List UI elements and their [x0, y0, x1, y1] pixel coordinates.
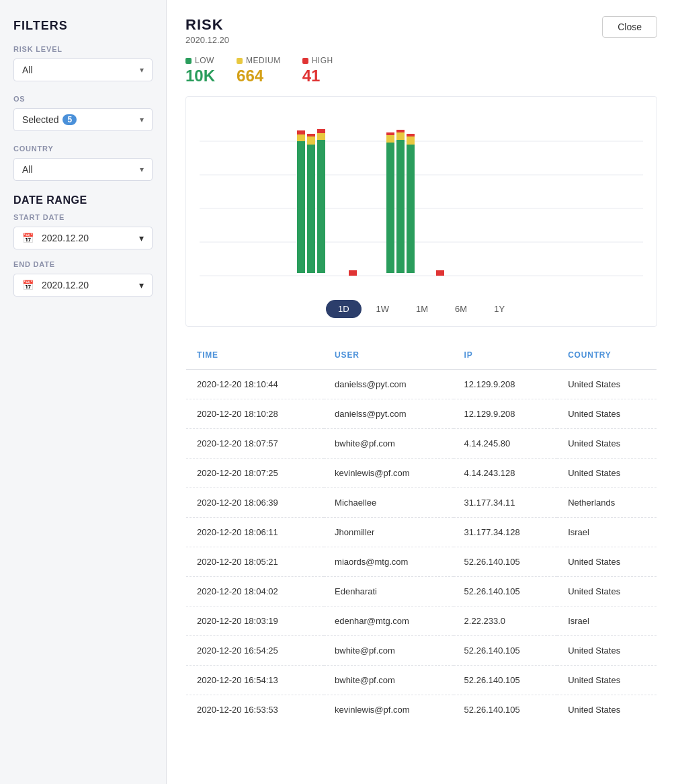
medium-value: 664: [237, 67, 281, 85]
table-row: 2020-12-20 18:06:11Jhonmiller31.177.34.1…: [186, 518, 657, 547]
cell-time: 2020-12-20 18:10:28: [186, 399, 325, 429]
risk-level-label: RISK LEVEL: [13, 45, 153, 53]
cell-time: 2020-12-20 16:54:13: [186, 666, 325, 695]
os-label: OS: [13, 95, 153, 103]
sidebar: FILTERS RISK LEVEL All ▾ OS Selected 5 ▾…: [0, 0, 167, 784]
col-ip: IP: [454, 341, 558, 370]
cell-user: edenhar@mtg.com: [324, 606, 454, 636]
table-row: 2020-12-20 16:54:13bwhite@pf.com52.26.14…: [186, 666, 657, 695]
cell-user: danielss@pyt.com: [324, 399, 454, 429]
end-date-input[interactable]: 📅 2020.12.20 ▾: [13, 274, 153, 297]
cell-user: danielss@pyt.com: [324, 370, 454, 399]
svg-rect-10: [307, 134, 315, 136]
time-btn-1w[interactable]: 1W: [364, 300, 402, 318]
main-header: RISK 2020.12.20 Close: [185, 16, 657, 45]
svg-rect-19: [396, 132, 405, 140]
cell-time: 2020-12-20 18:05:21: [186, 547, 325, 577]
table-row: 2020-12-20 18:03:19edenhar@mtg.com2.22.2…: [186, 606, 657, 636]
svg-rect-6: [297, 134, 305, 141]
svg-rect-24: [436, 270, 444, 276]
start-date-value: 2020.12.20: [42, 233, 89, 243]
cell-ip: 4.14.243.128: [454, 459, 558, 488]
end-date-label: END DATE: [13, 260, 153, 268]
time-btn-1m[interactable]: 1M: [404, 300, 440, 318]
svg-rect-5: [297, 141, 305, 273]
country-value: All: [22, 164, 33, 175]
start-date-label: START DATE: [13, 213, 153, 221]
table-row: 2020-12-20 18:04:02Edenharati52.26.140.1…: [186, 577, 657, 606]
end-date-value: 2020.12.20: [42, 280, 89, 290]
cell-country: United States: [557, 370, 657, 399]
os-select[interactable]: Selected 5 ▾: [13, 108, 153, 131]
cell-country: United States: [557, 547, 657, 577]
svg-rect-23: [407, 134, 415, 136]
svg-rect-9: [307, 136, 315, 145]
bar-chart: [194, 108, 648, 292]
col-country: COUNTRY: [557, 341, 657, 370]
cell-user: Michaellee: [324, 488, 454, 518]
cell-ip: 52.26.140.105: [454, 547, 558, 577]
chevron-down-icon: ▾: [140, 165, 144, 174]
svg-rect-11: [317, 140, 325, 273]
high-label: HIGH: [312, 56, 333, 65]
cell-country: Israel: [557, 606, 657, 636]
country-select[interactable]: All ▾: [13, 158, 153, 181]
chevron-down-icon: ▾: [139, 233, 144, 243]
svg-rect-13: [317, 129, 325, 133]
table-row: 2020-12-20 18:10:28danielss@pyt.com12.12…: [186, 399, 657, 429]
time-btn-1d[interactable]: 1D: [326, 300, 362, 318]
cell-time: 2020-12-20 18:07:25: [186, 459, 325, 488]
cell-user: miaords@mtg.com: [324, 547, 454, 577]
table-row: 2020-12-20 18:07:25kevinlewis@pf.com4.14…: [186, 459, 657, 488]
low-value: 10K: [185, 67, 215, 85]
medium-stat: MEDIUM 664: [237, 56, 281, 85]
chevron-down-icon: ▾: [139, 280, 144, 290]
start-date-input[interactable]: 📅 2020.12.20 ▾: [13, 227, 153, 249]
svg-rect-17: [386, 132, 394, 135]
medium-label: MEDIUM: [246, 56, 281, 65]
close-button[interactable]: Close: [602, 16, 657, 38]
cell-country: United States: [557, 666, 657, 695]
main-content: RISK 2020.12.20 Close LOW 10K MEDIUM 664…: [167, 0, 676, 784]
date-range-title: DATE RANGE: [13, 194, 153, 206]
risk-level-select[interactable]: All ▾: [13, 58, 153, 81]
calendar-icon: 📅: [22, 280, 34, 290]
cell-country: United States: [557, 577, 657, 606]
svg-rect-21: [407, 145, 415, 273]
cell-ip: 31.177.34.11: [454, 488, 558, 518]
svg-rect-14: [349, 270, 357, 276]
table-row: 2020-12-20 18:06:39Michaellee31.177.34.1…: [186, 488, 657, 518]
svg-rect-20: [396, 130, 405, 132]
table-row: 2020-12-20 16:54:25bwhite@pf.com52.26.14…: [186, 636, 657, 666]
table-row: 2020-12-20 18:05:21miaords@mtg.com52.26.…: [186, 547, 657, 577]
data-table: TIME USER IP COUNTRY 2020-12-20 18:10:44…: [185, 340, 657, 725]
cell-user: bwhite@pf.com: [324, 636, 454, 666]
cell-ip: 52.26.140.105: [454, 636, 558, 666]
cell-country: Netherlands: [557, 488, 657, 518]
cell-country: United States: [557, 399, 657, 429]
cell-user: kevinlewis@pf.com: [324, 695, 454, 725]
cell-user: Jhonmiller: [324, 518, 454, 547]
cell-ip: 52.26.140.105: [454, 695, 558, 725]
os-count-badge: 5: [62, 114, 77, 125]
table-row: 2020-12-20 16:53:53kevinlewis@pf.com52.2…: [186, 695, 657, 725]
cell-ip: 12.129.9.208: [454, 370, 558, 399]
time-btn-6m[interactable]: 6M: [443, 300, 479, 318]
cell-ip: 4.14.245.80: [454, 429, 558, 459]
country-label: COUNTRY: [13, 145, 153, 153]
svg-rect-18: [396, 140, 405, 273]
cell-time: 2020-12-20 18:10:44: [186, 370, 325, 399]
cell-ip: 31.177.34.128: [454, 518, 558, 547]
cell-user: bwhite@pf.com: [324, 666, 454, 695]
col-time: TIME: [186, 341, 325, 370]
svg-rect-22: [407, 136, 415, 145]
high-dot: [302, 58, 308, 64]
filters-title: FILTERS: [13, 19, 153, 33]
svg-rect-15: [386, 143, 394, 273]
svg-rect-7: [297, 130, 305, 134]
medium-dot: [237, 58, 243, 64]
time-btn-1y[interactable]: 1Y: [482, 300, 517, 318]
chevron-down-icon: ▾: [140, 115, 144, 124]
table-row: 2020-12-20 18:10:44danielss@pyt.com12.12…: [186, 370, 657, 399]
col-user: USER: [324, 341, 454, 370]
